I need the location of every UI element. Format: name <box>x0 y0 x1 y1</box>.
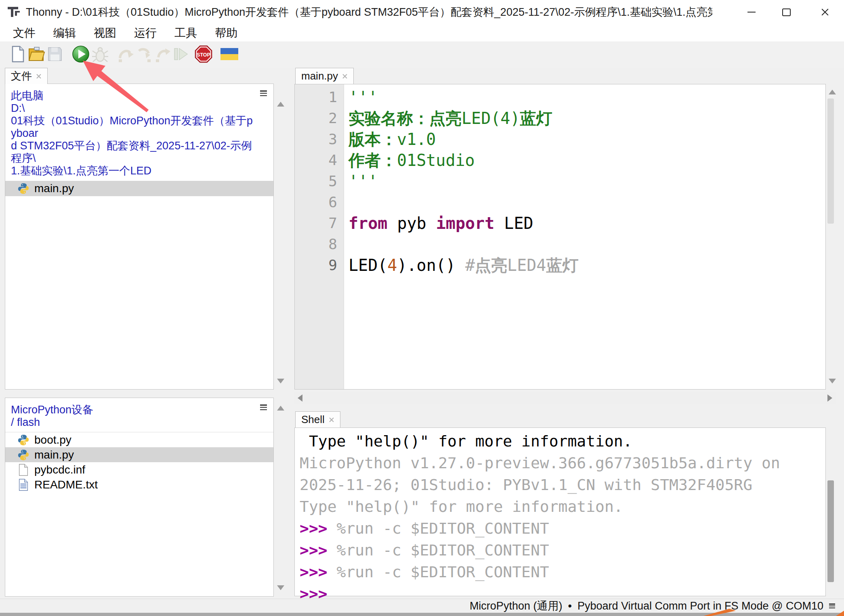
menu-item-0[interactable]: 文件 <box>4 24 44 42</box>
shell-line-6: >>> %run -c $EDITOR_CONTENT <box>300 561 825 583</box>
menu-bar: 文件编辑视图运行工具帮助 <box>0 24 844 42</box>
run-button[interactable] <box>72 46 90 64</box>
line-number: 3 <box>295 129 344 150</box>
line-number: 6 <box>295 192 344 213</box>
files-menu-icon[interactable] <box>260 90 267 96</box>
python-file-icon <box>17 182 29 195</box>
files-scroll-up-icon[interactable] <box>277 102 284 107</box>
open-file-button[interactable] <box>28 46 46 64</box>
file-item-main.py[interactable]: main.py <box>5 181 273 196</box>
hscroll-right-icon[interactable] <box>827 394 832 402</box>
files-tree-header[interactable]: 此电脑 D:\ 01科技（01Studio）MicroPython开发套件（基于… <box>5 84 273 177</box>
run-play-icon <box>72 45 90 65</box>
thonny-logo-icon <box>7 6 21 19</box>
ukraine-flag-icon <box>220 48 238 62</box>
shell-scrollbar-thumb[interactable] <box>827 480 834 582</box>
editor-scroll-up-icon[interactable] <box>829 90 836 94</box>
file-item-pybcdc.inf[interactable]: pybcdc.inf <box>5 462 273 477</box>
drive-label[interactable]: D:\ <box>11 102 257 115</box>
file-item-main.py[interactable]: main.py <box>5 447 273 462</box>
ukraine-flag[interactable] <box>220 46 238 64</box>
file-name: pybcdc.inf <box>34 463 85 476</box>
shell-tab-close-icon[interactable] <box>329 417 334 423</box>
device-path-label[interactable]: / flash <box>11 416 257 429</box>
interpreter-status[interactable]: MicroPython (通用) <box>470 599 563 613</box>
debug-button <box>91 46 109 64</box>
debug-bug-icon <box>92 45 109 65</box>
line-number: 1 <box>295 87 344 108</box>
files-tab-label: 文件 <box>11 69 32 83</box>
files-scroll-down-icon[interactable] <box>277 379 284 383</box>
files-list: main.py <box>5 181 273 196</box>
text-file-icon <box>17 479 29 491</box>
editor-scrollbar-thumb[interactable] <box>827 98 834 224</box>
code-editor[interactable]: 123456789 '''实验名称：点亮LED(4)蓝灯版本：v1.0作者：01… <box>294 84 826 390</box>
file-name: boot.py <box>34 434 71 446</box>
shell-panel[interactable]: Type "help()" for more information.Micro… <box>294 427 826 596</box>
save-floppy-icon <box>47 46 63 63</box>
device-scroll-down-icon[interactable] <box>277 585 284 590</box>
code-line-6 <box>349 192 825 213</box>
title-bar: Thonny - D:\01科技（01Studio）MicroPython开发套… <box>0 0 844 24</box>
file-item-README.txt[interactable]: README.txt <box>5 477 273 492</box>
minimize-icon <box>747 12 756 13</box>
step-out-icon <box>154 45 172 65</box>
line-number: 9 <box>295 255 344 276</box>
svg-text:STOP: STOP <box>197 52 210 58</box>
new-file-button[interactable] <box>9 46 27 64</box>
files-panel: 此电脑 D:\ 01科技（01Studio）MicroPython开发套件（基于… <box>5 84 274 390</box>
menu-item-2[interactable]: 视图 <box>85 24 125 42</box>
resume-icon <box>172 45 190 65</box>
current-path: 01科技（01Studio）MicroPython开发套件（基于pyboard … <box>11 115 257 177</box>
file-item-boot.py[interactable]: boot.py <box>5 432 273 447</box>
shell-line-2: 2025-11-26; 01Studio: PYBv1.1_CN with ST… <box>300 474 825 496</box>
status-menu-icon[interactable] <box>829 603 835 608</box>
code-line-9: LED(4).on() #点亮LED4蓝灯 <box>349 255 825 276</box>
shell-line-5: >>> %run -c $EDITOR_CONTENT <box>300 539 825 561</box>
resume-button <box>172 46 190 64</box>
bottom-edge-strip <box>0 613 844 616</box>
window-title: Thonny - D:\01科技（01Studio）MicroPython开发套… <box>26 0 712 24</box>
close-button[interactable] <box>813 3 838 21</box>
tab-files[interactable]: 文件 <box>5 68 48 84</box>
this-pc-label[interactable]: 此电脑 <box>11 90 257 102</box>
open-folder-icon <box>28 46 46 63</box>
thonny-window: Thonny - D:\01科技（01Studio）MicroPython开发套… <box>0 0 844 616</box>
python-file-icon <box>17 449 29 461</box>
micropython-device-panel: MicroPython设备 / flash boot.pymain.pypybc… <box>5 398 274 597</box>
maximize-button[interactable] <box>774 3 799 21</box>
save-button <box>46 46 64 64</box>
code-line-8 <box>349 234 825 255</box>
device-menu-icon[interactable] <box>260 404 267 410</box>
code-line-2: 实验名称：点亮LED(4)蓝灯 <box>349 108 825 129</box>
editor-hscrollbar[interactable] <box>294 392 836 404</box>
editor-scroll-down-icon[interactable] <box>829 379 836 383</box>
menu-item-5[interactable]: 帮助 <box>206 24 246 42</box>
menu-item-3[interactable]: 运行 <box>125 24 166 42</box>
tab-shell[interactable]: Shell <box>295 411 340 427</box>
stop-sign-icon: STOP <box>195 45 212 65</box>
menu-item-4[interactable]: 工具 <box>166 24 206 42</box>
toolbar: STOP <box>0 42 844 68</box>
editor-tab-close-icon[interactable] <box>342 73 348 79</box>
path-line: 1.基础实验\1.点亮第一个LED <box>11 165 257 177</box>
line-number: 5 <box>295 171 344 192</box>
line-number: 2 <box>295 108 344 129</box>
shell-line-0: Type "help()" for more information. <box>300 430 825 452</box>
line-number: 4 <box>295 150 344 171</box>
menu-item-1[interactable]: 编辑 <box>44 24 85 42</box>
file-name: README.txt <box>34 478 98 491</box>
code-area[interactable]: '''实验名称：点亮LED(4)蓝灯版本：v1.0作者：01Studio'''f… <box>344 84 825 392</box>
minimize-button[interactable] <box>739 3 764 21</box>
stop-button[interactable]: STOP <box>195 46 212 64</box>
hscroll-left-icon[interactable] <box>298 394 302 402</box>
file-name: main.py <box>34 182 74 195</box>
device-scroll-up-icon[interactable] <box>277 406 284 411</box>
port-status[interactable]: Pyboard Virtual Comm Port in FS Mode @ C… <box>577 600 823 612</box>
line-number: 8 <box>295 234 344 255</box>
files-tab-close-icon[interactable] <box>36 73 42 79</box>
device-panel-title: MicroPython设备 <box>11 404 257 416</box>
step-over-icon <box>117 45 135 65</box>
new-file-icon <box>10 46 25 64</box>
tab-main-py[interactable]: main.py <box>295 68 354 84</box>
